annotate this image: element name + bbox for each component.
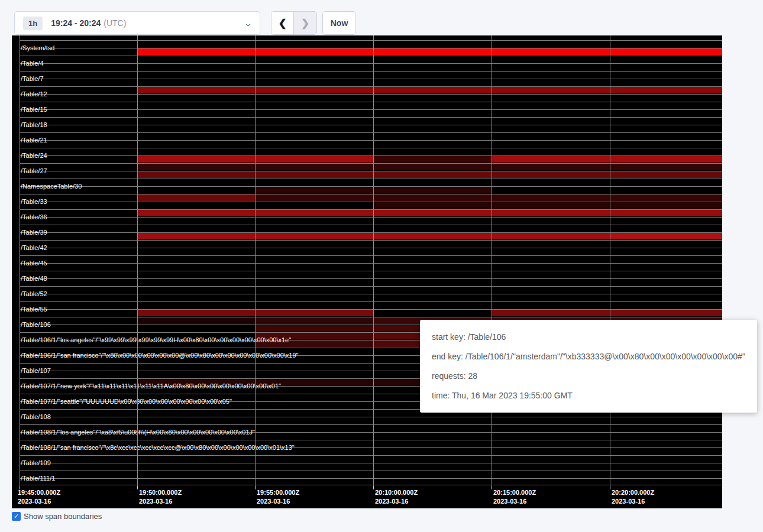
span-heat-band[interactable] <box>374 48 492 55</box>
time-gridline <box>255 35 256 486</box>
span-heat-band[interactable] <box>138 48 255 55</box>
heatmap-plot[interactable]: /System/tsd/Table/4/Table/7/Table/12/Tab… <box>12 35 722 486</box>
span-heat-band[interactable] <box>374 194 492 201</box>
span-key-label: /Table/36 <box>21 209 47 225</box>
span-heat-band[interactable] <box>610 48 722 55</box>
heatmap-row[interactable]: /Table/7 <box>12 71 722 86</box>
span-heat-band[interactable] <box>610 87 722 93</box>
span-heat-band[interactable] <box>256 233 373 239</box>
span-heat-band[interactable] <box>374 187 492 193</box>
span-heat-band[interactable] <box>610 164 722 170</box>
heatmap-row[interactable]: /Table/55 <box>12 301 722 317</box>
x-axis-label: 20:20:00.000Z2023-03-16 <box>612 488 654 506</box>
time-gridline <box>492 35 492 486</box>
time-nav-group: ❮ ❯ <box>271 11 317 35</box>
span-key-label: /Table/107/1/"new york"/"\x11\x11\x11\x1… <box>21 378 281 394</box>
span-heat-band[interactable] <box>492 202 610 209</box>
next-range-button-disabled[interactable]: ❯ <box>294 12 316 34</box>
span-heat-band[interactable] <box>492 48 610 55</box>
x-axis: 19:45:00.000Z2023-03-1619:50:00.000Z2023… <box>12 486 722 508</box>
span-boundary-line <box>20 56 722 56</box>
span-heat-band[interactable] <box>374 164 492 170</box>
span-heat-band[interactable] <box>492 194 610 201</box>
heatmap-row[interactable]: /Table/111/1 <box>12 471 722 486</box>
prev-range-button[interactable]: ❮ <box>271 12 294 34</box>
span-heat-band[interactable] <box>374 171 492 178</box>
x-axis-tick <box>137 486 138 489</box>
span-key-label: /Table/42 <box>21 240 47 255</box>
span-heat-band[interactable] <box>256 87 373 93</box>
span-heat-band[interactable] <box>138 171 255 178</box>
span-heat-band[interactable] <box>492 171 610 178</box>
heatmap-row[interactable]: /Table/27 <box>12 163 722 179</box>
span-key-label: /Table/21 <box>21 132 47 148</box>
span-boundary-line <box>20 271 722 271</box>
heatmap-row[interactable]: /Table/45 <box>12 255 722 271</box>
key-visualizer-canvas[interactable]: /System/tsd/Table/4/Table/7/Table/12/Tab… <box>12 35 722 508</box>
span-heat-band[interactable] <box>256 325 373 332</box>
heatmap-row[interactable]: /Table/42 <box>12 240 722 255</box>
span-heat-band[interactable] <box>256 194 373 201</box>
time-gridline <box>137 35 138 486</box>
span-heat-band[interactable] <box>492 210 610 216</box>
span-heat-band[interactable] <box>138 317 255 324</box>
span-heat-band[interactable] <box>492 310 610 316</box>
span-heat-band[interactable] <box>256 310 373 316</box>
span-heat-band[interactable] <box>256 48 373 55</box>
span-key-label: /Table/106/1/"los angeles"/"\x99\x99\x99… <box>21 332 291 348</box>
span-key-label: /Table/55 <box>21 301 47 317</box>
span-heat-band[interactable] <box>610 194 722 201</box>
heatmap-row[interactable]: /Table/18 <box>12 117 722 132</box>
heatmap-row[interactable]: /NamespaceTable/30 <box>12 179 722 194</box>
span-heat-band[interactable] <box>374 210 492 216</box>
span-heat-band[interactable] <box>256 164 373 170</box>
span-heat-band[interactable] <box>374 233 492 239</box>
span-heat-band[interactable] <box>610 202 722 209</box>
span-heat-band[interactable] <box>492 164 610 170</box>
heatmap-row[interactable]: /Table/109 <box>12 455 722 471</box>
span-heat-band[interactable] <box>138 310 255 316</box>
span-heat-band[interactable] <box>256 210 373 216</box>
heatmap-row[interactable]: /Table/39 <box>12 225 722 240</box>
span-heat-band[interactable] <box>492 156 610 163</box>
span-heat-band[interactable] <box>374 87 492 93</box>
span-heat-band[interactable] <box>138 87 255 93</box>
span-boundary-line <box>20 217 722 218</box>
heatmap-row[interactable]: /Table/24 <box>12 148 722 163</box>
span-heat-band[interactable] <box>138 233 255 239</box>
heatmap-row[interactable]: /Table/12 <box>12 86 722 102</box>
heatmap-row[interactable]: /Table/4 <box>12 56 722 71</box>
span-heat-band[interactable] <box>610 310 722 316</box>
heatmap-row[interactable]: /Table/108/1/"los angeles"/"\xa8\xf5\u00… <box>12 424 722 440</box>
span-heat-band[interactable] <box>610 171 722 178</box>
span-key-label: /Table/108/1/"san francisco"/"\x8c\xcc\x… <box>21 440 295 455</box>
span-heat-band[interactable] <box>256 156 373 163</box>
span-heat-band[interactable] <box>138 194 255 201</box>
heatmap-row[interactable]: /Table/36 <box>12 209 722 225</box>
span-heat-band[interactable] <box>610 156 722 163</box>
span-heat-band[interactable] <box>492 233 610 239</box>
span-heat-band[interactable] <box>256 171 373 178</box>
heatmap-row[interactable]: /Table/21 <box>12 132 722 148</box>
heatmap-row[interactable]: /Table/33 <box>12 194 722 209</box>
span-heat-band[interactable] <box>374 202 492 209</box>
heatmap-row[interactable]: /System/tsd <box>12 40 722 56</box>
span-heat-band[interactable] <box>610 210 722 216</box>
time-range-selector[interactable]: 1h 19:24 - 20:24 (UTC) ⌄ <box>14 11 260 35</box>
span-heat-band[interactable] <box>256 317 373 324</box>
span-heat-band[interactable] <box>138 210 255 216</box>
span-heat-band[interactable] <box>138 156 255 163</box>
heatmap-row[interactable]: /Table/48 <box>12 271 722 286</box>
x-axis-tick <box>492 486 492 489</box>
heatmap-row[interactable]: /Table/52 <box>12 286 722 301</box>
show-span-boundaries-checkbox[interactable]: ✓ <box>12 512 21 521</box>
heatmap-row[interactable]: /Table/108/1/"san francisco"/"\x8c\xcc\x… <box>12 440 722 455</box>
span-heat-band[interactable] <box>138 164 255 170</box>
span-heat-band[interactable] <box>492 87 610 93</box>
span-heat-band[interactable] <box>256 187 373 193</box>
span-heat-band[interactable] <box>610 233 722 239</box>
heatmap-row[interactable]: /Table/15 <box>12 102 722 117</box>
span-key-label: /Table/7 <box>21 71 44 86</box>
now-button[interactable]: Now <box>322 11 356 35</box>
span-heat-band[interactable] <box>374 156 492 163</box>
